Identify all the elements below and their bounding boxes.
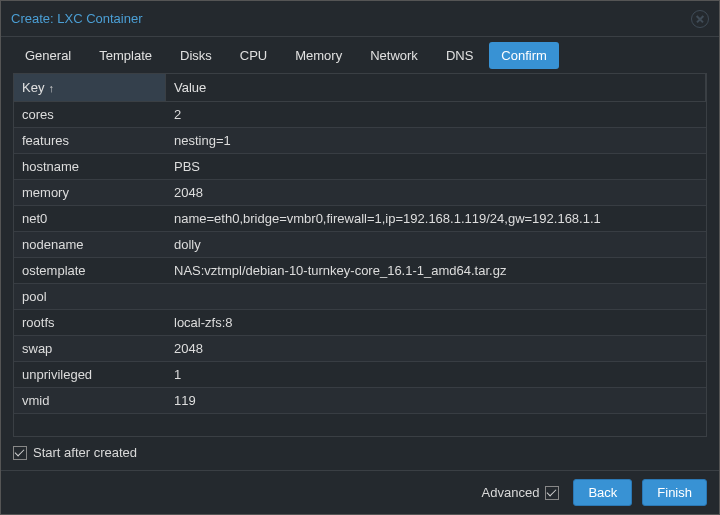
advanced-option: Advanced — [482, 485, 560, 500]
tab-disks[interactable]: Disks — [168, 42, 224, 69]
cell-value: 1 — [166, 362, 706, 387]
advanced-checkbox[interactable] — [545, 486, 559, 500]
cell-value: 119 — [166, 388, 706, 413]
table-row[interactable]: nodenamedolly — [14, 232, 706, 258]
cell-value: name=eth0,bridge=vmbr0,firewall=1,ip=192… — [166, 206, 706, 231]
cell-key: features — [14, 128, 166, 153]
cell-value: nesting=1 — [166, 128, 706, 153]
table-row[interactable]: unprivileged1 — [14, 362, 706, 388]
cell-value: PBS — [166, 154, 706, 179]
cell-value: 2 — [166, 102, 706, 127]
cell-value: 2048 — [166, 336, 706, 361]
tab-template[interactable]: Template — [87, 42, 164, 69]
tab-confirm[interactable]: Confirm — [489, 42, 559, 69]
window-title: Create: LXC Container — [11, 11, 691, 26]
table-row[interactable]: swap2048 — [14, 336, 706, 362]
cell-key: memory — [14, 180, 166, 205]
dialog-footer: Advanced Back Finish — [1, 470, 719, 514]
table-row[interactable]: vmid119 — [14, 388, 706, 414]
cell-key: hostname — [14, 154, 166, 179]
dialog-body: Key ↑ Value cores2featuresnesting=1hostn… — [1, 73, 719, 470]
cell-key: cores — [14, 102, 166, 127]
tab-strip: GeneralTemplateDisksCPUMemoryNetworkDNSC… — [1, 37, 719, 73]
cell-value: 2048 — [166, 180, 706, 205]
cell-key: ostemplate — [14, 258, 166, 283]
column-header-value[interactable]: Value — [166, 74, 706, 102]
finish-button[interactable]: Finish — [642, 479, 707, 506]
tab-network[interactable]: Network — [358, 42, 430, 69]
back-button[interactable]: Back — [573, 479, 632, 506]
cell-key: nodename — [14, 232, 166, 257]
start-after-option: Start after created — [13, 445, 707, 460]
cell-value — [166, 284, 706, 309]
tab-cpu[interactable]: CPU — [228, 42, 279, 69]
cell-key: net0 — [14, 206, 166, 231]
column-header-key-label: Key — [22, 80, 44, 95]
dialog-window: Create: LXC Container GeneralTemplateDis… — [0, 0, 720, 515]
column-header-value-label: Value — [174, 80, 206, 95]
cell-key: swap — [14, 336, 166, 361]
titlebar: Create: LXC Container — [1, 1, 719, 37]
tab-memory[interactable]: Memory — [283, 42, 354, 69]
column-header-key[interactable]: Key ↑ — [14, 74, 166, 102]
tab-general[interactable]: General — [13, 42, 83, 69]
table-row[interactable]: net0name=eth0,bridge=vmbr0,firewall=1,ip… — [14, 206, 706, 232]
cell-key: unprivileged — [14, 362, 166, 387]
cell-value: dolly — [166, 232, 706, 257]
cell-value: local-zfs:8 — [166, 310, 706, 335]
table-row[interactable]: pool — [14, 284, 706, 310]
advanced-label: Advanced — [482, 485, 540, 500]
table-row[interactable]: ostemplateNAS:vztmpl/debian-10-turnkey-c… — [14, 258, 706, 284]
sort-asc-icon: ↑ — [48, 82, 54, 94]
summary-grid: Key ↑ Value cores2featuresnesting=1hostn… — [13, 73, 707, 437]
table-row[interactable]: memory2048 — [14, 180, 706, 206]
start-after-label: Start after created — [33, 445, 137, 460]
grid-header: Key ↑ Value — [14, 74, 706, 102]
cell-key: pool — [14, 284, 166, 309]
cell-key: rootfs — [14, 310, 166, 335]
cell-key: vmid — [14, 388, 166, 413]
table-row[interactable]: rootfslocal-zfs:8 — [14, 310, 706, 336]
tab-dns[interactable]: DNS — [434, 42, 485, 69]
cell-value: NAS:vztmpl/debian-10-turnkey-core_16.1-1… — [166, 258, 706, 283]
start-after-checkbox[interactable] — [13, 446, 27, 460]
table-row[interactable]: featuresnesting=1 — [14, 128, 706, 154]
table-row[interactable]: cores2 — [14, 102, 706, 128]
grid-rows: cores2featuresnesting=1hostnamePBSmemory… — [14, 102, 706, 436]
table-row[interactable]: hostnamePBS — [14, 154, 706, 180]
close-icon[interactable] — [691, 10, 709, 28]
